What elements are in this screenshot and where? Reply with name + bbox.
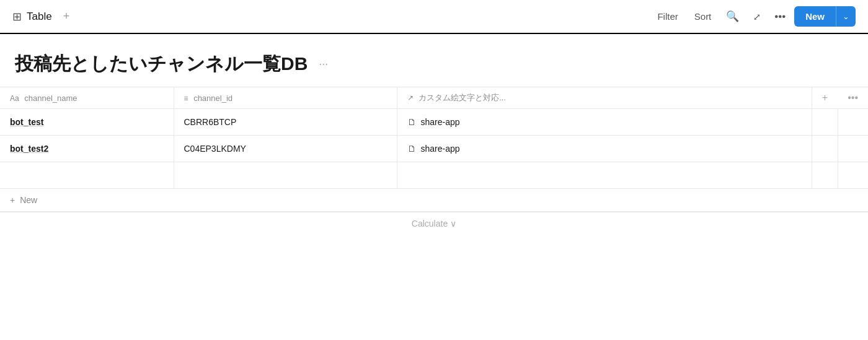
cell-empty-add-2 [812, 136, 838, 162]
add-view-button[interactable]: + [58, 7, 75, 25]
add-row-label: New [20, 195, 37, 205]
cell-empty-dots-1 [838, 109, 868, 136]
col-header-channel-id[interactable]: ≡ channel_id [174, 87, 397, 109]
doc-icon-1: 🗋 [407, 117, 416, 127]
cell-relation-1[interactable]: 🗋 share-app [397, 109, 812, 136]
more-options-button[interactable]: ••• [769, 7, 790, 27]
add-column-button[interactable]: + [812, 87, 838, 109]
text-col-icon: Aa [10, 94, 19, 103]
table-header-row: Aa channel_name ≡ channel_id ↗ カスタム絵文字と対… [0, 87, 868, 109]
expand-button[interactable]: ⤢ [748, 7, 766, 25]
col-name-label: channel_name [24, 94, 77, 103]
search-button[interactable]: 🔍 [721, 6, 744, 27]
channel-id-value-1: CBRR6BTCP [184, 117, 237, 127]
data-table: Aa channel_name ≡ channel_id ↗ カスタム絵文字と対… [0, 87, 868, 189]
cell-empty-dots-2 [838, 136, 868, 162]
page-header: 投稿先としたいチャンネル一覧DB ··· [0, 34, 868, 87]
channel-name-value-2: bot_test2 [10, 144, 48, 154]
table-icon: ⊞ [12, 10, 22, 24]
relation-col-icon: ↗ [407, 94, 414, 102]
relation-value-2: share-app [421, 144, 460, 154]
view-title: ⊞ Table [12, 10, 52, 24]
col-header-relation[interactable]: ↗ カスタム絵文字と対応... [397, 87, 812, 109]
column-options-button[interactable]: ••• [838, 87, 868, 109]
toolbar-right: Filter Sort 🔍 ⤢ ••• New ⌄ [651, 6, 856, 27]
table-label: Table [27, 11, 52, 23]
cell-channel-id-1[interactable]: CBRR6BTCP [174, 109, 397, 136]
cell-empty-add-1 [812, 109, 838, 136]
empty-cell-1[interactable] [0, 162, 174, 189]
text-col-icon-2: ≡ [184, 94, 188, 103]
empty-cell-2[interactable] [174, 162, 397, 189]
empty-cell-3[interactable] [397, 162, 812, 189]
col-relation-label: カスタム絵文字と対応... [418, 93, 506, 102]
relation-value-1: share-app [421, 117, 460, 127]
toolbar: ⊞ Table + Filter Sort 🔍 ⤢ ••• New ⌄ [0, 0, 868, 34]
cell-relation-2[interactable]: 🗋 share-app [397, 136, 812, 162]
cell-channel-name-2[interactable]: bot_test2 [0, 136, 174, 162]
calculate-chevron-icon: ∨ [450, 219, 456, 229]
table-row: bot_test2 C04EP3LKDMY 🗋 share-app [0, 136, 868, 162]
add-row-button[interactable]: + New [0, 189, 868, 212]
new-button[interactable]: New [794, 6, 836, 27]
calculate-footer[interactable]: Calculate ∨ [0, 212, 868, 235]
empty-cell-4 [812, 162, 838, 189]
page-title: 投稿先としたいチャンネル一覧DB [15, 51, 308, 77]
sort-button[interactable]: Sort [688, 7, 718, 25]
col-header-channel-name[interactable]: Aa channel_name [0, 87, 174, 109]
new-button-group: New ⌄ [794, 6, 856, 27]
table-row-empty [0, 162, 868, 189]
filter-button[interactable]: Filter [651, 7, 684, 25]
new-chevron-button[interactable]: ⌄ [836, 6, 856, 27]
add-row-plus-icon: + [10, 195, 15, 205]
toolbar-left: ⊞ Table + [12, 7, 74, 25]
table-container: Aa channel_name ≡ channel_id ↗ カスタム絵文字と対… [0, 87, 868, 189]
empty-cell-5 [838, 162, 868, 189]
doc-icon-2: 🗋 [407, 144, 416, 154]
col-id-label: channel_id [193, 94, 232, 103]
channel-id-value-2: C04EP3LKDMY [184, 144, 246, 154]
cell-channel-name-1[interactable]: bot_test [0, 109, 174, 136]
page-menu-button[interactable]: ··· [315, 56, 332, 72]
cell-channel-id-2[interactable]: C04EP3LKDMY [174, 136, 397, 162]
channel-name-value-1: bot_test [10, 117, 43, 127]
table-row: bot_test CBRR6BTCP 🗋 share-app [0, 109, 868, 136]
calculate-label: Calculate [412, 219, 448, 229]
